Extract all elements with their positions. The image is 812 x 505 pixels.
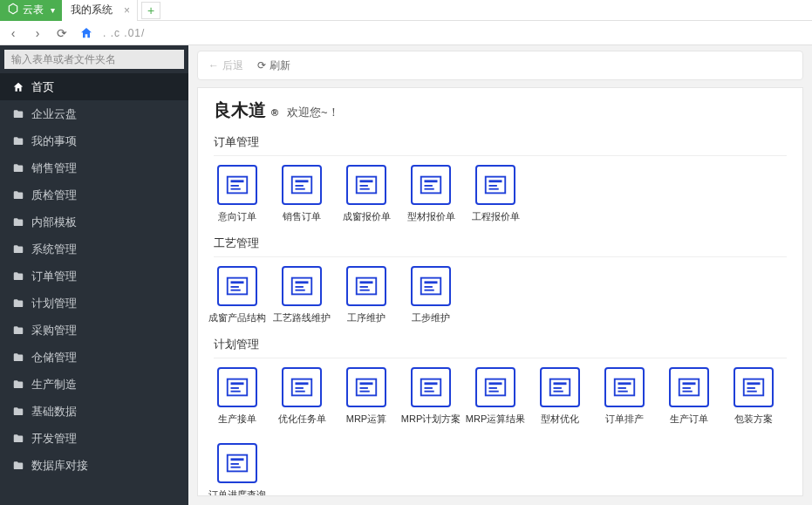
tab-my-system[interactable]: 我的系统 × [62, 0, 138, 21]
tile-1-0[interactable]: 成窗产品结构 [214, 266, 261, 324]
sidebar-item-label: 开发管理 [31, 431, 77, 447]
svg-rect-33 [425, 281, 438, 283]
nav-home-button[interactable] [78, 25, 94, 41]
svg-rect-26 [296, 286, 304, 288]
tile-2-8[interactable]: 包装方案 [730, 367, 777, 426]
tile-0-4[interactable]: 工程报价单 [472, 165, 519, 223]
tile-label: 型材优化 [541, 413, 579, 426]
nav-forward-button[interactable]: › [30, 25, 45, 41]
svg-rect-22 [231, 286, 239, 288]
folder-icon [12, 135, 24, 147]
svg-rect-15 [425, 188, 434, 190]
tile-2-5[interactable]: 型材优化 [536, 367, 583, 426]
tile-2-9[interactable]: 订单进度查询 [214, 443, 261, 496]
sidebar-search-input[interactable] [4, 50, 184, 69]
svg-rect-42 [296, 387, 304, 389]
tile-0-2[interactable]: 成窗报价单 [343, 165, 390, 223]
svg-rect-47 [360, 391, 370, 392]
folder-icon [12, 324, 24, 337]
tile-0-0[interactable]: 意向订单 [214, 165, 261, 223]
sidebar-item-label: 仓储管理 [31, 350, 77, 365]
sidebar-item-11[interactable]: 生产制造 [0, 371, 188, 398]
svg-rect-71 [747, 391, 757, 392]
svg-rect-41 [296, 382, 309, 385]
url-display: . .c .01/ [103, 27, 145, 39]
sidebar-item-12[interactable]: 基础数据 [0, 398, 188, 425]
sidebar-item-5[interactable]: 内部模板 [0, 208, 188, 235]
plus-icon: + [147, 3, 154, 17]
svg-rect-21 [231, 281, 244, 283]
svg-rect-54 [489, 387, 497, 389]
sidebar-item-1[interactable]: 企业云盘 [0, 100, 188, 127]
sidebar-item-2[interactable]: 我的事项 [0, 127, 188, 154]
tile-icon [217, 266, 257, 306]
tile-icon [346, 367, 386, 407]
tile-1-1[interactable]: 工艺路线维护 [278, 266, 325, 324]
svg-rect-50 [425, 387, 433, 389]
sidebar-item-9[interactable]: 采购管理 [0, 317, 188, 344]
tile-0-1[interactable]: 销售订单 [278, 165, 325, 223]
tile-row: 意向订单销售订单成窗报价单型材报价单工程报价单 [214, 165, 787, 223]
tile-2-7[interactable]: 生产订单 [665, 367, 713, 426]
tile-icon [411, 266, 451, 306]
svg-rect-69 [747, 382, 761, 385]
action-back[interactable]: ← 后退 [208, 58, 243, 73]
svg-rect-31 [360, 290, 370, 291]
brand[interactable]: 云表 ▾ [0, 0, 62, 21]
tile-icon [282, 266, 322, 306]
action-refresh[interactable]: ⟳ 刷新 [257, 58, 290, 73]
tile-2-4[interactable]: MRP运算结果 [472, 367, 519, 426]
sidebar-item-label: 数据库对接 [31, 458, 88, 474]
sidebar-item-8[interactable]: 计划管理 [0, 290, 188, 317]
tile-label: 订单排产 [605, 413, 644, 426]
sidebar-item-10[interactable]: 仓储管理 [0, 344, 188, 371]
page-title: 良木道® 欢迎您~！ [214, 99, 787, 122]
tile-2-0[interactable]: 生产接单 [214, 367, 261, 426]
svg-rect-74 [231, 463, 239, 465]
tile-0-3[interactable]: 型材报价单 [407, 165, 454, 223]
nav-back-button[interactable]: ‹ [5, 25, 21, 41]
sidebar-item-3[interactable]: 销售管理 [0, 154, 188, 181]
tile-2-6[interactable]: 订单排产 [601, 367, 648, 426]
tile-1-3[interactable]: 工步维护 [407, 266, 454, 324]
folder-icon [12, 297, 24, 310]
svg-rect-75 [231, 467, 241, 468]
tile-icon [346, 266, 386, 306]
section-title: 订单管理 [214, 134, 787, 156]
brand-dropdown-icon: ▾ [51, 5, 55, 15]
tile-icon [282, 367, 322, 407]
sidebar-item-label: 内部模板 [31, 215, 77, 230]
sidebar-item-6[interactable]: 系统管理 [0, 235, 188, 263]
tab-add-button[interactable]: + [141, 2, 160, 19]
svg-rect-45 [360, 382, 373, 385]
svg-rect-34 [425, 286, 433, 288]
svg-rect-53 [489, 382, 502, 385]
tile-icon [734, 367, 774, 407]
tile-2-3[interactable]: MRP计划方案 [407, 367, 454, 426]
tile-icon [411, 367, 451, 407]
content-area: ← 后退 ⟳ 刷新 良木道® 欢迎您~！ 订单管理意向订单销售订单成窗报价单型材… [188, 45, 812, 505]
tab-close-icon[interactable]: × [124, 4, 130, 17]
tile-2-1[interactable]: 优化任务单 [278, 367, 325, 426]
tile-1-2[interactable]: 工序维护 [343, 266, 390, 324]
sidebar-item-label: 销售管理 [31, 160, 77, 176]
nav-refresh-button[interactable]: ⟳ [54, 25, 70, 41]
svg-rect-27 [296, 290, 305, 291]
sidebar-item-0[interactable]: 首页 [0, 73, 188, 100]
sidebar: 首页企业云盘我的事项销售管理质检管理内部模板系统管理订单管理计划管理采购管理仓储… [0, 45, 188, 505]
tile-2-2[interactable]: MRP运算 [343, 367, 390, 426]
tile-row: 成窗产品结构工艺路线维护工序维护工步维护 [214, 266, 787, 324]
chevron-left-icon: ‹ [11, 26, 16, 40]
sidebar-item-13[interactable]: 开发管理 [0, 425, 188, 452]
tile-icon [540, 367, 580, 407]
home-icon [79, 26, 93, 40]
sidebar-item-4[interactable]: 质检管理 [0, 181, 188, 208]
reg-mark: ® [271, 107, 278, 118]
sidebar-item-14[interactable]: 数据库对接 [0, 452, 188, 479]
svg-rect-10 [360, 185, 368, 187]
svg-rect-3 [231, 188, 241, 190]
tile-label: 生产接单 [218, 413, 256, 426]
sidebar-item-7[interactable]: 订单管理 [0, 263, 188, 290]
action-bar: ← 后退 ⟳ 刷新 [197, 51, 803, 80]
refresh-icon: ⟳ [57, 26, 67, 40]
